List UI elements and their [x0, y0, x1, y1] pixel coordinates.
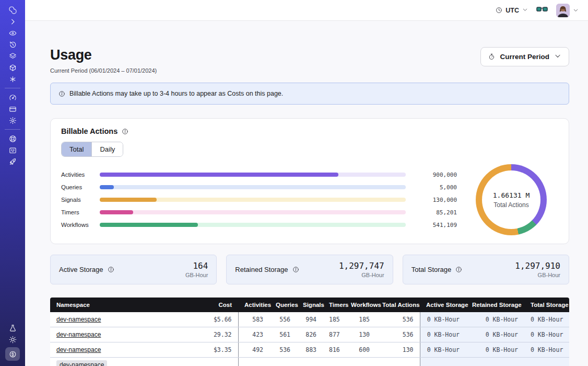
cube-icon[interactable]: [5, 62, 20, 73]
tab-daily[interactable]: Daily: [92, 142, 123, 156]
bar-fill: [100, 173, 338, 177]
flask-icon[interactable]: [5, 322, 20, 334]
storage-card-label: Retained Storage: [235, 266, 288, 273]
cell-retained_storage: 0 KB-Hour: [466, 327, 524, 342]
table-row: dev-namespace$3.354925368838166001300 KB…: [50, 342, 569, 358]
topbar: UTC: [25, 0, 588, 21]
column-header-namespace: Namespace: [50, 298, 181, 312]
active-storage-card: Active Storage164GB-Hour: [50, 255, 217, 284]
storage-card-label: Active Storage: [59, 266, 103, 273]
cell-activities: 492: [238, 342, 269, 358]
cell-queries: 561: [269, 327, 297, 342]
history-icon[interactable]: [5, 39, 20, 50]
column-header-total_storage: Total Storage: [524, 298, 569, 312]
user-avatar[interactable]: [556, 4, 570, 17]
feedback-glasses-icon[interactable]: [536, 5, 548, 16]
cell-signals: 826: [297, 327, 323, 342]
info-icon[interactable]: [122, 128, 128, 135]
table-row: dev-namespace29.324235618268771305360 KB…: [50, 327, 569, 342]
gear-icon[interactable]: [5, 115, 20, 126]
chevron-down-icon[interactable]: [573, 6, 579, 15]
cell-total_storage: 0 KB-Hour: [524, 342, 569, 358]
asterisk-icon[interactable]: [5, 73, 20, 85]
cell-cost: $3.35: [181, 342, 238, 358]
cell-retained_storage: [466, 358, 524, 366]
cell-total_storage: [524, 358, 569, 366]
cell-total_actions: 536: [376, 327, 420, 342]
coin-icon[interactable]: [5, 347, 20, 361]
storage-summary-row: Active Storage164GB-HourRetained Storage…: [50, 255, 569, 284]
cell-timers: 185: [323, 312, 345, 327]
info-icon[interactable]: [455, 266, 462, 273]
namespace-link[interactable]: dev-namespace: [56, 316, 101, 323]
period-dropdown-button[interactable]: Current Period: [480, 47, 569, 66]
usage-page: Usage Current Period (06/01/2024 – 07/01…: [25, 21, 588, 366]
cell-activities: 423: [238, 327, 269, 342]
bar-row-workflows: Workflows541,109: [61, 219, 457, 231]
total-storage-card: Total Storage1,297,910GB-Hour: [403, 255, 569, 284]
bar-label: Timers: [61, 209, 100, 215]
bar-value: 541,109: [411, 222, 457, 228]
bar-fill: [100, 210, 133, 214]
layers-icon[interactable]: [5, 50, 20, 62]
billable-actions-card: Billable Actions TotalDaily Activities90…: [50, 118, 569, 244]
cell-signals: [297, 358, 323, 366]
sidebar-divider: [5, 129, 20, 130]
chevron-down-icon: [554, 52, 561, 61]
console-icon[interactable]: [5, 144, 20, 156]
period-dropdown-label: Current Period: [500, 53, 549, 61]
cell-workflows: 130: [345, 327, 376, 342]
cell-signals: 994: [297, 312, 323, 327]
cell-workflows: 600: [345, 342, 376, 358]
chevron-right-icon[interactable]: [5, 16, 20, 27]
column-header-timers: Timers: [323, 298, 345, 312]
current-period-subtitle: Current Period (06/01/2024 – 07/01/2024): [50, 67, 157, 74]
namespace-link[interactable]: dev-namespace: [56, 331, 101, 338]
storage-card-value: 164: [185, 261, 208, 271]
cell-cost: $5.66: [181, 312, 238, 327]
namespace-link[interactable]: dev-namespace: [56, 346, 101, 353]
namespace-link[interactable]: dev-namespace: [56, 360, 107, 366]
cell-cost: 29.32: [181, 327, 238, 342]
info-banner-text: Billable Actions may take up to 3-4 hour…: [69, 90, 283, 97]
total-actions-donut-chart: 1.66131 M Total Actions: [476, 164, 547, 235]
bar-row-signals: Signals130,000: [61, 193, 457, 206]
cell-queries: 536: [269, 342, 297, 358]
sidebar: [0, 0, 25, 366]
total-daily-toggle: TotalDaily: [61, 142, 123, 157]
gauge-icon[interactable]: [5, 92, 20, 103]
storage-card-value: 1,297,747: [339, 261, 384, 271]
table-row: dev-namespace$5.665835569941851855360 KB…: [50, 312, 569, 327]
cell-active_storage: [420, 358, 466, 366]
page-title: Usage: [50, 47, 157, 63]
bar-label: Queries: [61, 184, 100, 190]
lifebuoy-icon[interactable]: [5, 133, 20, 144]
cell-total_storage: 0 KB-Hour: [524, 312, 569, 327]
billable-actions-bar-chart: Activities900,000Queries5,000Signals130,…: [61, 168, 457, 231]
cell-cost: [181, 358, 238, 366]
retained-storage-card: Retained Storage1,297,747GB-Hour: [226, 255, 393, 284]
timezone-selector[interactable]: UTC: [496, 7, 528, 14]
sidebar-divider: [5, 88, 20, 88]
cell-active_storage: 0 KB-Hour: [420, 327, 466, 342]
rocket-icon[interactable]: [5, 156, 20, 167]
table-row: dev-namespace: [50, 358, 569, 366]
cell-timers: 877: [323, 327, 345, 342]
column-header-signals: Signals: [297, 298, 323, 312]
bar-fill: [100, 185, 114, 189]
cell-workflows: [345, 358, 376, 366]
storage-card-unit: GB-Hour: [515, 272, 560, 278]
tab-total[interactable]: Total: [62, 142, 92, 156]
column-header-active_storage: Active Storage: [420, 298, 466, 312]
info-banner: Billable Actions may take up to 3-4 hour…: [50, 83, 569, 105]
eye-icon[interactable]: [5, 27, 20, 39]
info-icon[interactable]: [292, 266, 299, 273]
cell-signals: 883: [297, 342, 323, 358]
bar-value: 5,000: [411, 184, 457, 191]
storage-card-label: Total Storage: [411, 266, 452, 273]
bar-track: [100, 185, 406, 189]
info-icon[interactable]: [108, 266, 114, 273]
temporal-logo-icon[interactable]: [5, 4, 20, 16]
sun-icon[interactable]: [5, 334, 20, 345]
billing-card-icon[interactable]: [5, 103, 20, 115]
